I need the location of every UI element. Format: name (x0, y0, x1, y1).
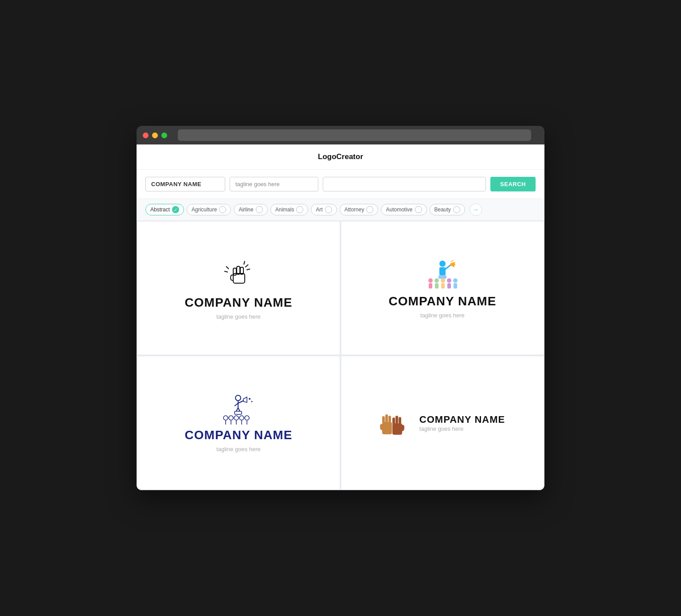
app-title: LogoCreator (318, 152, 363, 161)
category-label: Animals (275, 207, 294, 213)
category-label: Automotive (386, 207, 412, 213)
svg-line-28 (238, 401, 243, 403)
logo-content-2: COMPANY NAME tagline goes here (389, 257, 497, 319)
app-header: LogoCreator (137, 144, 544, 170)
svg-rect-15 (429, 283, 432, 289)
crowd-color-icon (423, 257, 462, 291)
category-chip-agriculture[interactable]: Agriculture (187, 204, 231, 215)
svg-line-30 (236, 408, 238, 411)
svg-line-6 (244, 261, 245, 265)
text-block-4: COMPANY NAME tagline goes here (419, 414, 505, 432)
svg-rect-46 (382, 416, 385, 423)
tagline-input[interactable] (230, 177, 318, 191)
category-chip-animals[interactable]: Animals (270, 204, 309, 215)
category-chip-abstract[interactable]: Abstract ✓ (145, 204, 184, 215)
svg-line-29 (235, 403, 238, 406)
svg-point-22 (453, 278, 458, 283)
logo-card-3[interactable]: COMPANY NAME tagline goes here (137, 356, 340, 489)
svg-rect-23 (454, 283, 457, 289)
svg-point-9 (439, 261, 446, 267)
search-bar: SEARCH (137, 170, 544, 199)
category-chip-art[interactable]: Art (311, 204, 337, 215)
category-label: Attorney (344, 207, 364, 213)
logo-content-3: COMPANY NAME tagline goes here (185, 394, 293, 452)
check-icon (366, 206, 373, 213)
category-chip-airline[interactable]: Airline (234, 204, 267, 215)
svg-rect-19 (441, 283, 445, 289)
check-icon: ✓ (172, 206, 179, 213)
category-bar: Abstract ✓ Agriculture Airline Animals A… (137, 199, 544, 221)
svg-point-35 (229, 416, 233, 420)
company-name-3: COMPANY NAME (185, 428, 293, 442)
category-chip-attorney[interactable]: Attorney (340, 204, 379, 215)
tagline-4: tagline goes here (419, 425, 505, 432)
browser-titlebar (137, 126, 544, 144)
close-button[interactable] (143, 133, 149, 138)
svg-point-33 (223, 416, 228, 420)
fists-color-icon (380, 406, 413, 440)
url-bar (178, 129, 531, 141)
svg-point-18 (441, 278, 445, 283)
svg-point-41 (245, 416, 249, 420)
category-label: Abstract (150, 207, 170, 213)
svg-point-16 (434, 278, 439, 283)
svg-point-39 (239, 416, 244, 420)
category-label: Beauty (434, 207, 451, 213)
category-chip-automotive[interactable]: Automotive (381, 204, 427, 215)
svg-rect-49 (392, 423, 402, 435)
browser-content: LogoCreator SEARCH Abstract ✓ Agricultur… (137, 144, 544, 490)
svg-line-8 (224, 271, 228, 272)
check-icon (296, 206, 303, 213)
svg-point-12 (454, 264, 455, 265)
logo-grid: COMPANY NAME tagline goes here (137, 221, 544, 490)
check-icon (415, 206, 422, 213)
svg-rect-51 (395, 416, 398, 424)
svg-point-20 (447, 278, 451, 283)
svg-point-44 (251, 401, 252, 402)
tagline-2: tagline goes here (420, 312, 465, 319)
svg-point-43 (249, 398, 250, 400)
check-icon (325, 206, 332, 213)
svg-rect-50 (392, 417, 395, 425)
next-categories-button[interactable]: → (470, 203, 482, 216)
category-label: Agriculture (192, 207, 217, 213)
svg-line-4 (245, 265, 248, 267)
check-icon (453, 206, 460, 213)
keyword-input[interactable] (323, 177, 486, 191)
svg-rect-48 (388, 416, 391, 422)
svg-line-24 (451, 260, 454, 262)
category-label: Art (316, 207, 322, 213)
svg-rect-13 (438, 275, 446, 279)
logo-card-2[interactable]: COMPANY NAME tagline goes here (341, 222, 544, 355)
category-chip-beauty[interactable]: Beauty (430, 204, 465, 215)
search-button[interactable]: SEARCH (490, 177, 536, 191)
svg-rect-10 (439, 267, 446, 275)
svg-rect-32 (235, 411, 242, 414)
category-label: Airline (239, 207, 253, 213)
svg-rect-1 (233, 268, 236, 275)
svg-line-31 (238, 408, 240, 411)
logo-content-4: COMPANY NAME tagline goes here (380, 406, 505, 440)
check-icon (219, 206, 226, 213)
browser-window: LogoCreator SEARCH Abstract ✓ Agricultur… (137, 126, 544, 490)
logo-content-1: COMPANY NAME tagline goes here (185, 257, 293, 320)
svg-rect-52 (399, 417, 401, 424)
svg-point-14 (428, 278, 433, 283)
minimize-button[interactable] (152, 133, 158, 138)
logo-card-1[interactable]: COMPANY NAME tagline goes here (137, 222, 340, 355)
speaker-outline-icon (219, 394, 258, 425)
tagline-3: tagline goes here (216, 446, 261, 452)
svg-rect-17 (435, 283, 438, 289)
company-name-4: COMPANY NAME (419, 414, 505, 425)
svg-rect-21 (447, 283, 451, 289)
maximize-button[interactable] (161, 133, 167, 138)
logo-card-4[interactable]: COMPANY NAME tagline goes here (341, 356, 544, 489)
svg-line-11 (446, 265, 450, 269)
company-input[interactable] (145, 177, 225, 191)
company-name-1: COMPANY NAME (185, 296, 293, 310)
fist-outline-icon (221, 257, 256, 292)
tagline-1: tagline goes here (216, 313, 261, 320)
svg-rect-45 (382, 422, 392, 434)
svg-rect-47 (385, 414, 388, 422)
check-icon (256, 206, 263, 213)
